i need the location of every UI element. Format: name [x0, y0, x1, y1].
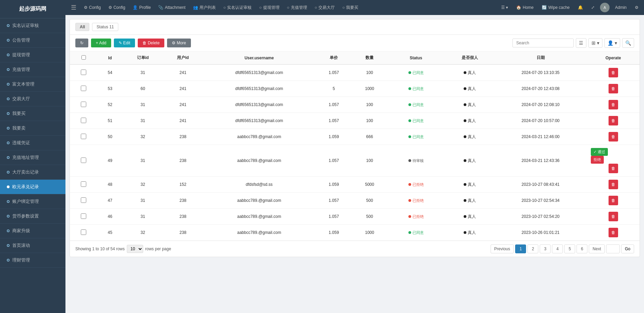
- topnav-menu-icon[interactable]: ☰ ▾: [498, 4, 511, 11]
- td-id: 47: [97, 193, 123, 209]
- row-checkbox[interactable]: [81, 118, 86, 123]
- sidebar-item-7[interactable]: 我要卖: [0, 121, 65, 136]
- sidebar-item-1[interactable]: 公告管理: [0, 33, 65, 48]
- topnav-item-1[interactable]: ⚙Config: [105, 4, 129, 11]
- td-order-id: 32: [123, 225, 163, 241]
- topnav-item-2[interactable]: 👤Profile: [129, 4, 154, 11]
- sidebar-item-9[interactable]: 充值地址管理: [0, 150, 65, 165]
- delete-row-btn[interactable]: 🗑: [609, 116, 618, 125]
- delete-row-btn[interactable]: 🗑: [609, 228, 618, 237]
- topnav-notification[interactable]: 🔔: [575, 4, 586, 11]
- next-button[interactable]: Next: [589, 244, 605, 253]
- topnav-admin[interactable]: Admin: [612, 4, 629, 11]
- row-checkbox[interactable]: [81, 102, 86, 107]
- reject-btn[interactable]: 拒绝: [591, 156, 604, 164]
- sidebar-item-8[interactable]: 违规凭证: [0, 136, 65, 150]
- tab-all[interactable]: All: [75, 23, 89, 31]
- sidebar-item-16[interactable]: 理财管理: [0, 253, 65, 268]
- delete-row-btn[interactable]: 🗑: [609, 196, 618, 205]
- delete-button[interactable]: 🗑 Delete: [138, 39, 164, 47]
- page-btn-1[interactable]: 1: [515, 244, 526, 253]
- sidebar-item-5[interactable]: 交易大厅: [0, 92, 65, 106]
- row-checkbox[interactable]: [81, 229, 86, 235]
- delete-row-btn[interactable]: 🗑: [609, 164, 618, 173]
- avatar[interactable]: A: [600, 3, 610, 12]
- tab-row: All Status 11: [70, 19, 640, 35]
- sidebar-item-0[interactable]: 实名认证审核: [0, 18, 65, 33]
- sidebar-item-11[interactable]: 欧元承兑记录: [0, 180, 65, 194]
- row-checkbox[interactable]: [81, 86, 86, 91]
- delete-row-btn[interactable]: 🗑: [609, 68, 618, 77]
- delete-row-btn[interactable]: 🗑: [609, 180, 618, 189]
- delete-row-btn[interactable]: 🗑: [609, 212, 618, 221]
- sidebar-item-14[interactable]: 商家升级: [0, 224, 65, 238]
- row-checkbox[interactable]: [81, 213, 86, 219]
- topnav-item-5[interactable]: ○实名认证审核: [220, 3, 255, 12]
- topnav-wipe-cache[interactable]: 🔄 Wipe cache: [539, 4, 572, 11]
- view-list-icon[interactable]: ☰: [576, 38, 586, 48]
- row-checkbox[interactable]: [81, 181, 86, 187]
- topnav-expand[interactable]: ⤢: [588, 4, 597, 11]
- topnav-icon-6: ○: [259, 5, 261, 10]
- sidebar-item-4[interactable]: 富文本管理: [0, 77, 65, 92]
- table-row: 48 32 152 dfdsfsd@sd.ss 1.059 5000 已拒绝 真…: [70, 177, 640, 193]
- sidebar-item-3[interactable]: 充值管理: [0, 62, 65, 77]
- real-dot: [464, 71, 466, 74]
- go-button[interactable]: Go: [621, 244, 634, 253]
- td-checkbox: [70, 97, 97, 113]
- add-button[interactable]: + Add: [91, 39, 111, 47]
- sidebar-item-12[interactable]: 账户绑定管理: [0, 194, 65, 209]
- th-数量: 数量: [352, 51, 387, 64]
- sidebar-item-10[interactable]: 大厅卖出记录: [0, 165, 65, 180]
- topnav-item-8[interactable]: ○交易大厅: [311, 3, 338, 12]
- rows-per-page-select[interactable]: 10 20 50: [127, 245, 143, 253]
- page-btn-4[interactable]: 4: [552, 244, 563, 253]
- topnav-item-9[interactable]: ○我要买: [339, 3, 362, 12]
- filter-icon[interactable]: 👤 ▾: [604, 38, 620, 48]
- topnav-home[interactable]: 🏠 Home: [513, 4, 536, 11]
- delete-row-btn[interactable]: 🗑: [609, 100, 618, 109]
- sidebar-label-0: 实名认证审核: [12, 23, 39, 29]
- td-date: 2024-03-21 12:43:36: [494, 145, 587, 177]
- refresh-button[interactable]: ↻: [75, 39, 88, 47]
- search-icon[interactable]: 🔍: [622, 38, 634, 48]
- row-checkbox[interactable]: [81, 134, 86, 139]
- delete-row-btn[interactable]: 🗑: [609, 132, 618, 141]
- more-button[interactable]: ⚙ More: [167, 39, 191, 47]
- row-checkbox[interactable]: [81, 158, 86, 163]
- sidebar-item-2[interactable]: 提现管理: [0, 48, 65, 62]
- sidebar-label-5: 交易大厅: [12, 96, 30, 102]
- hamburger-icon[interactable]: ☰: [68, 2, 79, 13]
- status-dot: [408, 87, 411, 90]
- topnav-item-6[interactable]: ○提现管理: [256, 3, 283, 12]
- sidebar-item-13[interactable]: 货币参数设置: [0, 209, 65, 224]
- page-btn-3[interactable]: 3: [540, 244, 551, 253]
- row-checkbox[interactable]: [81, 70, 86, 75]
- page-btn-6[interactable]: 6: [576, 244, 587, 253]
- approve-btn[interactable]: ✓ 通过: [591, 148, 608, 156]
- table-row: 52 31 241 dfdf65651313@gmail.com 1.057 1…: [70, 97, 640, 113]
- topnav-item-4[interactable]: 👥用户列表: [190, 3, 219, 12]
- go-page-input[interactable]: [606, 244, 620, 253]
- topnav-item-0[interactable]: ⚙Config: [80, 4, 104, 11]
- table-header: Id订单id用户idUser.username单价数量Status是否假人日期O…: [70, 51, 640, 64]
- topnav-item-7[interactable]: ○充值管理: [284, 3, 311, 12]
- topnav-item-3[interactable]: 📎Attachment: [155, 4, 189, 11]
- status-dot: [408, 135, 411, 138]
- search-input[interactable]: [512, 39, 574, 47]
- delete-row-btn[interactable]: 🗑: [609, 84, 618, 93]
- select-all-checkbox[interactable]: [81, 55, 86, 60]
- topnav-settings[interactable]: ⚙: [632, 4, 641, 11]
- row-checkbox[interactable]: [81, 197, 86, 203]
- view-grid-icon[interactable]: ⊞ ▾: [588, 38, 602, 48]
- page-btn-2[interactable]: 2: [527, 244, 538, 253]
- prev-button[interactable]: Previous: [491, 244, 514, 253]
- edit-button[interactable]: ✎ Edit: [114, 39, 135, 47]
- sidebar-item-15[interactable]: 首页滚动: [0, 238, 65, 253]
- tab-status11[interactable]: Status 11: [92, 23, 118, 31]
- sidebar-item-6[interactable]: 我要买: [0, 106, 65, 121]
- topnav-label-6: 提现管理: [263, 5, 280, 11]
- page-btn-5[interactable]: 5: [564, 244, 575, 253]
- td-order-id: 31: [123, 209, 163, 225]
- rows-per-page-label: rows per page: [145, 247, 171, 251]
